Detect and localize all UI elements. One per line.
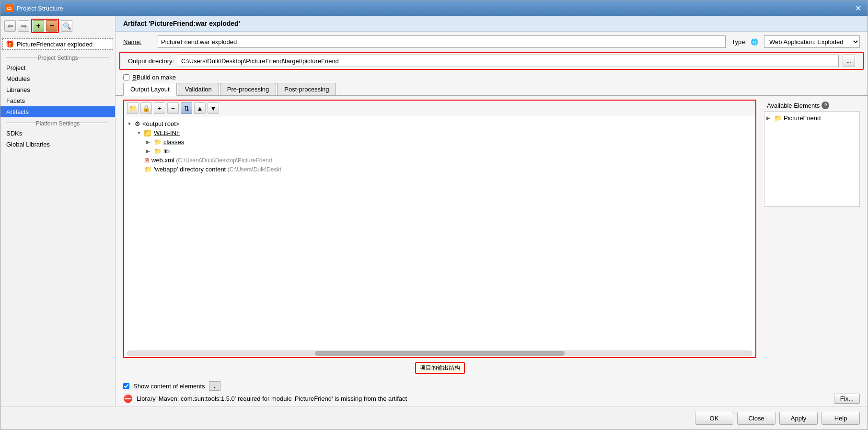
web-inf-label: WEB-INF — [154, 129, 180, 136]
main-content: 增删项目的部署包 ⬅ ➡ + − 🔍 🎁 PictureFriend:war e… — [0, 16, 868, 407]
name-input[interactable] — [158, 35, 726, 48]
sidebar-item-sdks[interactable]: SDKs — [0, 128, 115, 139]
output-struct-annotation: 项目的输出结构 — [415, 362, 465, 374]
tab-output-layout[interactable]: Output Layout — [123, 83, 177, 96]
project-structure-dialog: 🗂 Project Structure ✕ 增删项目的部署包 ⬅ ➡ + − 🔍 — [0, 0, 868, 430]
show-content-options-btn[interactable]: ... — [209, 381, 220, 391]
sidebar-item-libraries[interactable]: Libraries — [0, 84, 115, 95]
forward-btn[interactable]: ➡ — [18, 20, 29, 32]
build-on-make-checkbox[interactable] — [123, 74, 129, 80]
lib-icon: 📁 — [154, 147, 162, 155]
output-dir-row: Output directory: ... 项目的输出地址 — [119, 52, 864, 70]
sidebar-item-project[interactable]: Project — [0, 62, 115, 73]
close-icon[interactable]: ✕ — [853, 3, 863, 13]
tree-remove-btn[interactable]: − — [167, 102, 179, 114]
tree-content: ▼ ⚙ <output root> ▼ 📁 WEB-INF — [124, 116, 755, 350]
tree-add-btn[interactable]: + — [154, 102, 165, 114]
remove-artifact-btn[interactable]: − — [46, 20, 58, 32]
expand-icon: ▶ — [146, 148, 152, 154]
tree-sort-btn[interactable]: ⇅ — [181, 102, 192, 114]
help-icon[interactable]: ? — [822, 102, 829, 109]
sidebar-item-facets[interactable]: Facets — [0, 95, 115, 106]
tree-node-output-root[interactable]: ▼ ⚙ <output root> — [127, 119, 752, 128]
tree-add-archive-btn[interactable]: 🔒 — [140, 102, 152, 114]
tree-toolbar: 📁 🔒 + − ⇅ ▲ ▼ — [124, 101, 755, 116]
add-artifact-btn[interactable]: + — [33, 20, 44, 32]
expand-icon: ▼ — [137, 130, 142, 136]
output-dir-label: Output directory: — [128, 57, 174, 65]
artifact-list: 🎁 PictureFriend:war exploded — [0, 36, 115, 52]
error-row: ⛔ Library 'Maven: com.sun:tools:1.5.0' r… — [123, 394, 860, 404]
tree-node-web-inf[interactable]: ▼ 📁 WEB-INF — [137, 128, 752, 137]
tree-down-btn[interactable]: ▼ — [208, 102, 219, 114]
sidebar-item-artifacts[interactable]: Artifacts — [0, 106, 115, 117]
ok-button[interactable]: OK — [695, 412, 733, 425]
web-inf-children: ▶ 📁 classes ▶ 📁 lib — [146, 137, 752, 156]
name-label: Name: — [123, 38, 152, 45]
available-elements-section: Available Elements ? ▶ 📁 PictureFriend — [764, 100, 860, 374]
output-root-label: <output root> — [142, 120, 179, 127]
expand-icon: ▶ — [137, 167, 142, 172]
web-inf-icon: 📁 — [144, 130, 151, 136]
artifact-icon: 🎁 — [6, 40, 14, 48]
expand-icon: ▶ — [146, 139, 152, 145]
fix-button[interactable]: Fix... — [834, 394, 860, 404]
help-button[interactable]: Help — [822, 412, 860, 425]
close-button[interactable]: Close — [737, 412, 775, 425]
browse-btn[interactable]: ... — [843, 55, 855, 67]
picturefriend-icon: 📁 — [774, 114, 782, 122]
scrollbar-thumb — [315, 351, 565, 356]
error-icon: ⛔ — [123, 394, 133, 403]
search-btn[interactable]: 🔍 — [61, 20, 72, 32]
type-row: Type: 🌐 Web Application: Exploded — [731, 35, 860, 48]
expand-icon: ▼ — [127, 121, 133, 126]
output-tree-section: 📁 🔒 + − ⇅ ▲ ▼ ▼ — [123, 100, 756, 358]
window-title: Project Structure — [17, 5, 63, 12]
left-toolbar: 增删项目的部署包 ⬅ ➡ + − 🔍 — [0, 16, 115, 36]
picturefriend-label: PictureFriend — [784, 114, 821, 122]
web-app-icon: 🌐 — [751, 38, 758, 45]
sidebar-item-modules[interactable]: Modules — [0, 73, 115, 84]
tree-node-classes[interactable]: ▶ 📁 classes — [146, 137, 752, 147]
name-row: Name: Type: 🌐 Web Application: Exploded — [116, 32, 868, 52]
left-panel: 增删项目的部署包 ⬅ ➡ + − 🔍 🎁 PictureFriend:war e… — [0, 16, 116, 407]
lib-label: lib — [163, 147, 170, 155]
artifact-label: PictureFriend:war exploded — [17, 41, 93, 48]
right-panel: Artifact 'PictureFriend:war exploded' Na… — [116, 16, 868, 407]
title-bar-left: 🗂 Project Structure — [5, 4, 63, 12]
sidebar-item-global-libraries[interactable]: Global Libraries — [0, 139, 115, 150]
tree-node-webapp[interactable]: ▶ 📁 'webapp' directory content (C:\Users… — [137, 165, 752, 174]
show-content-row: Show content of elements ... — [123, 381, 860, 391]
tabs-bar: Output Layout Validation Pre-processing … — [116, 83, 868, 96]
tab-validation[interactable]: Validation — [178, 83, 219, 95]
back-btn[interactable]: ⬅ — [4, 20, 16, 32]
tab-post-processing[interactable]: Post-processing — [277, 83, 336, 95]
horizontal-scrollbar[interactable] — [127, 351, 752, 356]
available-elements-header: Available Elements ? — [764, 100, 860, 111]
available-elements-label: Available Elements — [767, 102, 820, 109]
available-item-picturefriend[interactable]: ▶ 📁 PictureFriend — [766, 113, 857, 123]
tree-node-web-xml[interactable]: ▶ ⊠ web.xml (C:\Users\Dulk\Desktop\Pictu… — [137, 156, 752, 165]
expand-icon: ▶ — [766, 115, 772, 121]
dialog-footer: OK Close Apply Help — [0, 407, 868, 430]
artifact-toolbar-group: + − — [31, 19, 59, 33]
build-on-make-label: BBuild on make — [132, 74, 176, 81]
type-select[interactable]: Web Application: Exploded — [764, 35, 860, 48]
artifact-item[interactable]: 🎁 PictureFriend:war exploded — [2, 38, 113, 50]
tree-node-lib[interactable]: ▶ 📁 lib — [146, 147, 752, 156]
output-dir-input[interactable] — [178, 55, 839, 67]
project-settings-header: Project Settings — [0, 52, 115, 62]
show-content-checkbox[interactable] — [123, 383, 129, 389]
tree-add-dir-btn[interactable]: 📁 — [127, 102, 139, 114]
app-icon: 🗂 — [5, 4, 13, 12]
artifact-panel-header: Artifact 'PictureFriend:war exploded' — [116, 16, 868, 32]
type-label: Type: — [731, 38, 747, 45]
tree-up-btn[interactable]: ▲ — [194, 102, 206, 114]
output-root-icon: ⚙ — [135, 120, 140, 127]
tab-pre-processing[interactable]: Pre-processing — [220, 83, 276, 95]
webapp-label: 'webapp' directory content (C:\Users\Dul… — [154, 166, 281, 173]
tree-outer: 📁 🔒 + − ⇅ ▲ ▼ ▼ — [123, 100, 756, 374]
error-message: Library 'Maven: com.sun:tools:1.5.0' req… — [137, 395, 407, 402]
apply-button[interactable]: Apply — [779, 412, 818, 425]
available-tree: ▶ 📁 PictureFriend — [764, 111, 860, 207]
